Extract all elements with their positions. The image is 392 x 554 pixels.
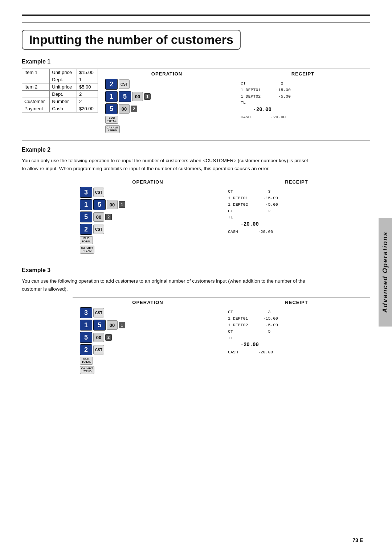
example2-receipt-display: CT 3 1 DEPT01 ·15.00 1 DEPT02 ·5.00 CT 2… (225, 187, 368, 237)
key-e3-2: 2 (80, 344, 92, 355)
key-row-e3-2: 1 5 00 1 (80, 320, 125, 331)
example1-receipt-col: RECEIPT CT 2 1 DEPT01 ·15.00 1 DEPT02 ·5… (236, 69, 370, 135)
key-dept2: 2 (131, 106, 137, 112)
example3-receipt-header: RECEIPT (225, 300, 368, 305)
top-border (22, 15, 370, 16)
key-e2-5b: 5 (80, 212, 92, 222)
key-row-e3-3: 5 00 2 (80, 332, 112, 343)
key-2: 2 (105, 79, 118, 90)
key-e3-00: 00 (107, 320, 118, 330)
key-e2-ca: CA / AMT/ TEND (80, 246, 94, 254)
key-dept1: 1 (144, 93, 151, 100)
example2-keys: 3 CST 1 5 00 1 5 00 2 (76, 187, 219, 255)
key-5: 5 (119, 91, 131, 102)
key-row-e2-1: 3 CST (80, 187, 104, 198)
key-5b: 5 (105, 103, 118, 114)
page-title: Inputting the number of customers (22, 30, 241, 50)
example3-receipt-display: CT 3 1 DEPT01 ·15.00 1 DEPT02 ·5.00 CT 5… (225, 307, 368, 357)
example1-table: Item 1 Unit price $15.00 Dept. 1 Item 2 … (22, 69, 98, 112)
example1-receipt-display: CT 2 1 DEPT01 ·15.00 1 DEPT02 ·5.00 TL ·… (238, 79, 368, 122)
key-e2-5: 5 (93, 199, 106, 210)
key-e3-dept1: 1 (119, 322, 125, 328)
key-row-e2-4: 2 CST (80, 224, 104, 235)
key-row-sub: SUBTOTAL (105, 116, 118, 124)
example1-operation-col: OPERATION 2 CST 1 5 00 1 (98, 69, 236, 135)
separator-2 (22, 261, 370, 261)
key-e2-cst1: CST (93, 188, 104, 197)
example2-heading: Example 2 (22, 147, 370, 153)
example3-section: Example 3 You can use the following oper… (22, 267, 370, 376)
key-row-e2-3: 5 00 2 (80, 212, 112, 222)
example2-description: You can only use the following operation… (22, 157, 312, 172)
key-e3-00b: 00 (93, 333, 104, 342)
key-e3-1: 1 (80, 320, 92, 331)
key-e2-2: 2 (80, 224, 92, 235)
example3-operation-col: OPERATION 3 CST 1 5 00 1 (73, 297, 223, 376)
key-ca: CA / AMT/ TEND (105, 125, 120, 133)
example1-receipt-header: RECEIPT (238, 71, 368, 77)
key-e2-1: 1 (80, 199, 92, 210)
key-row-3: 5 00 2 (105, 103, 137, 114)
key-e3-cst2: CST (93, 345, 104, 354)
separator-1 (22, 140, 370, 141)
key-e3-subtotal: SUBTOTAL (80, 357, 93, 365)
key-e3-5b: 5 (80, 332, 92, 343)
key-e2-cst2: CST (93, 225, 104, 234)
example2-op-receipt: OPERATION 3 CST 1 5 00 1 (73, 177, 370, 255)
example2-operation-header: OPERATION (76, 179, 219, 185)
key-row-e3-4: 2 CST (80, 344, 104, 355)
example3-operation-header: OPERATION (76, 300, 219, 305)
key-cst-1: CST (119, 79, 130, 89)
key-00b: 00 (119, 104, 130, 114)
key-row-e3-ca: CA / AMT/ TEND (80, 366, 94, 374)
key-e2-00b: 00 (93, 212, 104, 222)
key-e3-cst1: CST (93, 308, 104, 317)
example1-heading: Example 1 (22, 58, 370, 65)
table-row: Customer Number 2 (22, 98, 98, 105)
side-label: Advanced Operations (379, 218, 392, 327)
key-row-e2-ca: CA / AMT/ TEND (80, 246, 94, 254)
example2-receipt-header: RECEIPT (225, 179, 368, 185)
example2-section: Example 2 You can only use the following… (22, 147, 370, 255)
page-number: 73 E (352, 537, 363, 543)
key-e2-dept2: 2 (105, 214, 112, 220)
example3-description: You can use the following operation to a… (22, 277, 312, 293)
example2-receipt-col: RECEIPT CT 3 1 DEPT01 ·15.00 1 DEPT02 ·5… (223, 177, 370, 255)
key-row-e3-sub: SUBTOTAL (80, 357, 93, 365)
example2-layout: OPERATION 3 CST 1 5 00 1 (73, 177, 370, 255)
example3-op-receipt: OPERATION 3 CST 1 5 00 1 (73, 297, 370, 376)
key-row-1: 2 CST (105, 79, 130, 90)
key-e3-5: 5 (93, 320, 106, 331)
example1-operation-header: OPERATION (102, 71, 232, 77)
example2-operation-col: OPERATION 3 CST 1 5 00 1 (73, 177, 223, 255)
example1-op-receipt: OPERATION 2 CST 1 5 00 1 (98, 69, 370, 135)
example3-keys: 3 CST 1 5 00 1 5 00 2 (76, 307, 219, 376)
key-row-2: 1 5 00 1 (105, 91, 151, 102)
table-row: Dept. 1 (22, 76, 98, 83)
table-row: Dept. 2 (22, 91, 98, 98)
key-row-e2-2: 1 5 00 1 (80, 199, 125, 210)
key-row-e2-sub: SUBTOTAL (80, 236, 93, 244)
example1-keys: 2 CST 1 5 00 1 5 00 2 (102, 79, 232, 135)
key-row-e3-1: 3 CST (80, 307, 104, 318)
key-e2-dept1: 1 (119, 201, 125, 208)
key-1: 1 (105, 91, 118, 102)
example1-section: Example 1 Item 1 Unit price $15.00 Dept.… (22, 58, 370, 135)
example1-layout: Item 1 Unit price $15.00 Dept. 1 Item 2 … (22, 69, 370, 135)
key-e3-ca: CA / AMT/ TEND (80, 366, 94, 374)
table-row: Item 1 Unit price $15.00 (22, 69, 98, 76)
key-subtotal: SUBTOTAL (105, 116, 118, 124)
key-e2-subtotal: SUBTOTAL (80, 236, 93, 244)
table-row: Payment Cash $20.00 (22, 105, 98, 112)
key-e3-dept2: 2 (105, 334, 112, 341)
key-00: 00 (132, 92, 143, 101)
key-row-ca: CA / AMT/ TEND (105, 125, 120, 133)
example3-heading: Example 3 (22, 267, 370, 274)
example3-layout: OPERATION 3 CST 1 5 00 1 (73, 297, 370, 376)
key-e2-3: 3 (80, 187, 92, 198)
key-e3-3: 3 (80, 307, 92, 318)
example1-table-col: Item 1 Unit price $15.00 Dept. 1 Item 2 … (22, 69, 98, 112)
example3-receipt-col: RECEIPT CT 3 1 DEPT01 ·15.00 1 DEPT02 ·5… (223, 297, 370, 376)
second-border (22, 22, 370, 23)
key-e2-00: 00 (107, 200, 118, 209)
